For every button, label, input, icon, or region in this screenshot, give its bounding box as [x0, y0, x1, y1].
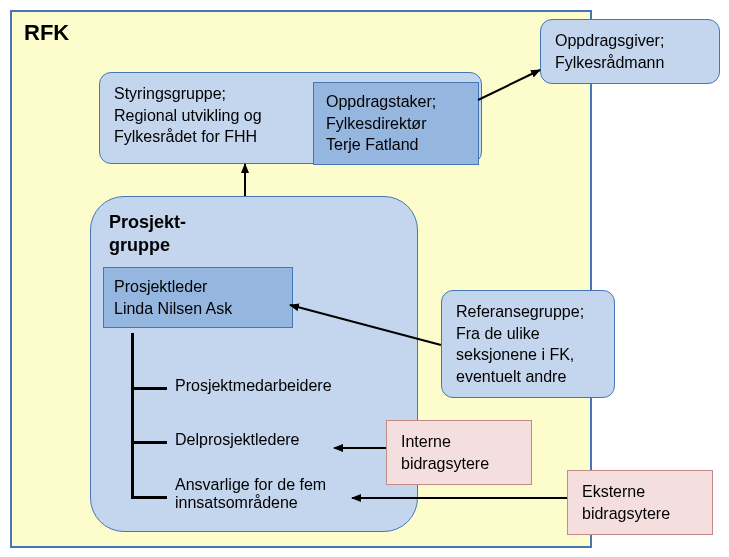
tree-horizontal-line [131, 496, 167, 499]
external-contributors-box: Eksterne bidragsytere [567, 470, 713, 535]
tree-vertical-line [131, 333, 134, 499]
taker-line: Oppdragstaker; [326, 91, 466, 113]
internal-line: Interne [401, 431, 517, 453]
tree-horizontal-line [131, 387, 167, 390]
internal-contributors-box: Interne bidragsytere [386, 420, 532, 485]
tree-horizontal-line [131, 441, 167, 444]
tree-label: Delprosjektledere [175, 431, 300, 449]
tree-label: Prosjektmedarbeidere [175, 377, 332, 395]
taker-line: Terje Fatland [326, 134, 466, 156]
rfk-title: RFK [24, 20, 69, 46]
reference-line: eventuelt andre [456, 366, 600, 388]
giver-line: Fylkesrådmann [555, 52, 705, 74]
reference-line: Fra de ulike [456, 323, 600, 345]
reference-group-box: Referansegruppe; Fra de ulike seksjonene… [441, 290, 615, 398]
project-title-line: gruppe [109, 234, 186, 257]
giver-box: Oppdragsgiver; Fylkesrådmann [540, 19, 720, 84]
giver-line: Oppdragsgiver; [555, 30, 705, 52]
external-line: Eksterne [582, 481, 698, 503]
project-title-line: Prosjekt- [109, 211, 186, 234]
taker-box: Oppdragstaker; Fylkesdirektør Terje Fatl… [313, 82, 479, 165]
tree-label-line: Ansvarlige for de fem [175, 476, 326, 494]
external-line: bidragsytere [582, 503, 698, 525]
leader-line: Linda Nilsen Ask [114, 298, 282, 320]
internal-line: bidragsytere [401, 453, 517, 475]
reference-line: Referansegruppe; [456, 301, 600, 323]
reference-line: seksjonene i FK, [456, 344, 600, 366]
diagram-canvas: RFK Styringsgruppe; Regional utvikling o… [0, 0, 729, 557]
tree-label: Ansvarlige for de fem innsatsområdene [175, 476, 326, 512]
project-group-title: Prosjekt- gruppe [109, 211, 186, 258]
tree-label-line: innsatsområdene [175, 494, 326, 512]
leader-line: Prosjektleder [114, 276, 282, 298]
project-leader-box: Prosjektleder Linda Nilsen Ask [103, 267, 293, 328]
project-group-box: Prosjekt- gruppe Prosjektleder Linda Nil… [90, 196, 418, 532]
taker-line: Fylkesdirektør [326, 113, 466, 135]
